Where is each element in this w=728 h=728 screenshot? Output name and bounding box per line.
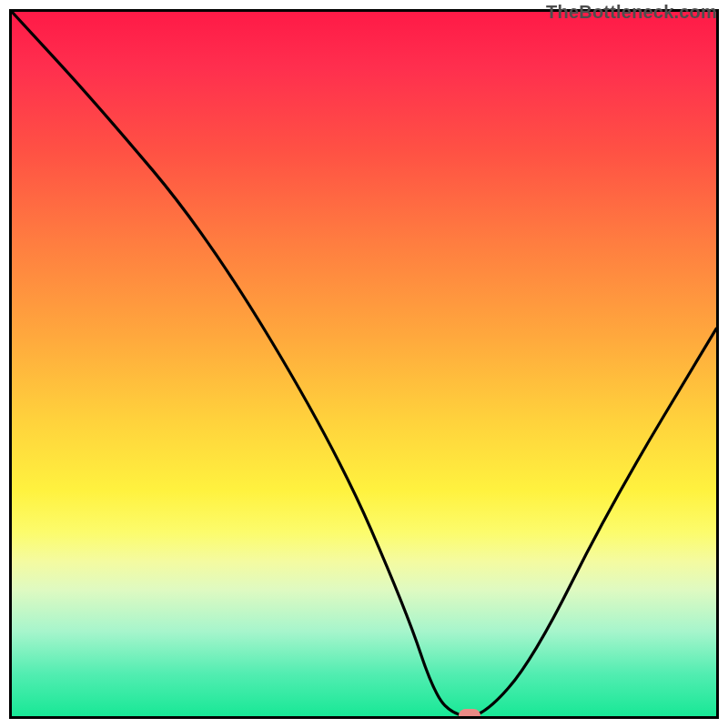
chart-area — [9, 9, 719, 719]
bottleneck-curve-path — [12, 12, 716, 716]
optimal-marker — [459, 709, 480, 719]
bottleneck-curve-svg — [12, 12, 716, 716]
watermark-text: TheBottleneck.com — [546, 2, 717, 23]
